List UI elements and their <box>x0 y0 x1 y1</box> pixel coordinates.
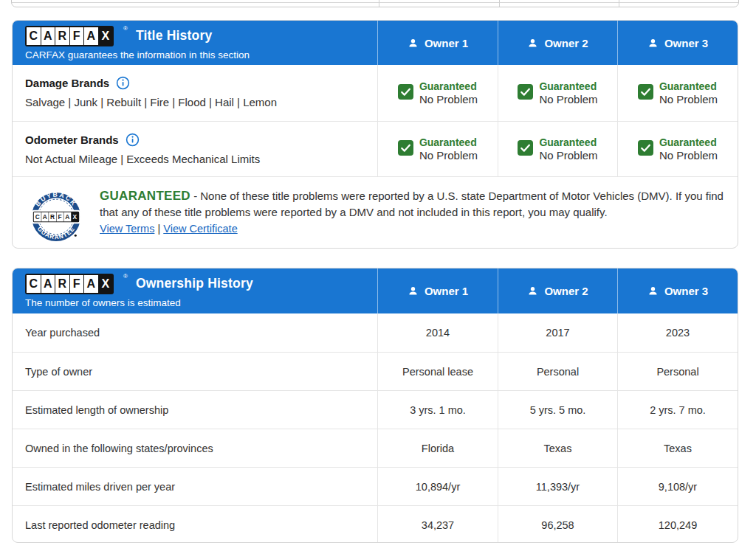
owner-2-header: Owner 2 <box>498 21 617 65</box>
guaranteed-label: Guaranteed <box>539 80 597 92</box>
odometer-brands-row: Odometer Brands Not Actual Mileage | Exc… <box>13 121 738 176</box>
ownership-length-owner-3: 2 yrs. 7 mo. <box>617 391 738 429</box>
carfax-logo-letter: R <box>55 27 69 45</box>
link-separator: | <box>157 223 160 235</box>
title-history-card: C A R F A X ® Title History CARFAX guara… <box>12 20 738 249</box>
states-owned-owner-3: Texas <box>617 429 738 467</box>
table-row: Last reported odometer reading 34,237 96… <box>13 505 738 543</box>
states-owned-label: Owned in the following states/provinces <box>13 429 377 467</box>
year-purchased-owner-1: 2014 <box>377 313 498 352</box>
previous-table-column-divider <box>619 0 619 7</box>
damage-owner-3-status: Guaranteed No Problem <box>617 65 738 121</box>
table-row: Estimated length of ownership 3 yrs. 1 m… <box>13 390 738 429</box>
odometer-owner-2-status: Guaranteed No Problem <box>498 122 617 176</box>
table-row: Estimated miles driven per year 10,894/y… <box>13 467 738 505</box>
table-row: Type of owner Personal lease Personal Pe… <box>13 352 738 390</box>
view-certificate-link[interactable]: View Certificate <box>163 223 237 235</box>
table-row: Owned in the following states/provinces … <box>13 429 738 467</box>
guarantee-links: View Terms | View Certificate <box>100 223 724 235</box>
registered-trademark-mark: ® <box>123 274 128 280</box>
miles-per-year-owner-3: 9,108/yr <box>617 468 738 505</box>
person-icon <box>408 38 419 49</box>
damage-owner-2-status: Guaranteed No Problem <box>498 65 617 121</box>
green-checkbox-icon <box>638 140 653 159</box>
person-icon <box>408 285 419 297</box>
info-icon[interactable] <box>116 76 130 90</box>
ownership-history-header: C A R F A X ® Ownership History The numb… <box>13 268 738 313</box>
view-terms-link[interactable]: View Terms <box>100 223 154 235</box>
previous-table-column-divider <box>499 0 500 7</box>
odometer-owner-3-status: Guaranteed No Problem <box>617 122 738 176</box>
carfax-logo: C A R F A X <box>25 274 114 294</box>
table-row: Year purchased 2014 2017 2023 <box>13 313 738 352</box>
no-problem-label: No Problem <box>539 149 597 162</box>
green-checkbox-icon <box>518 84 533 103</box>
no-problem-label: No Problem <box>659 149 718 162</box>
guaranteed-label: Guaranteed <box>539 136 597 148</box>
year-purchased-label: Year purchased <box>13 313 377 352</box>
owner-1-label: Owner 1 <box>425 285 468 297</box>
title-history-subtitle: CARFAX guarantees the information in thi… <box>25 49 377 60</box>
carfax-logo-letter: F <box>70 27 84 45</box>
states-owned-owner-2: Texas <box>498 429 617 467</box>
odometer-brands-detail: Not Actual Mileage | Exceeds Mechanical … <box>25 153 365 165</box>
ownership-history-title: Ownership History <box>136 276 253 291</box>
last-odometer-label: Last reported odometer reading <box>13 506 377 543</box>
carfax-badge-mini-logo: C A R F A X <box>33 212 79 223</box>
info-icon[interactable] <box>126 133 140 147</box>
guarantee-body-text: - None of these title problems were repo… <box>100 190 724 218</box>
no-problem-label: No Problem <box>659 93 718 105</box>
carfax-logo-letter: C <box>27 27 41 45</box>
buyback-guarantee-section: BUYBACK GUARANTEE C A R F A X GUARANTEED… <box>13 176 738 249</box>
states-owned-owner-1: Florida <box>377 429 498 467</box>
buyback-guarantee-badge-icon: BUYBACK GUARANTEE C A R F A X <box>30 191 82 243</box>
green-checkbox-icon <box>518 140 533 159</box>
year-purchased-owner-3: 2023 <box>617 313 738 352</box>
damage-brands-label: Damage Brands <box>25 77 109 89</box>
previous-table-column-divider <box>379 0 379 7</box>
miles-per-year-owner-2: 11,393/yr <box>498 468 617 505</box>
registered-trademark-mark: ® <box>123 26 128 32</box>
guaranteed-label: Guaranteed <box>659 136 718 148</box>
green-checkbox-icon <box>638 84 653 103</box>
guaranteed-label: Guaranteed <box>419 136 478 148</box>
no-problem-label: No Problem <box>419 149 478 162</box>
year-purchased-owner-2: 2017 <box>498 313 617 352</box>
ownership-length-label: Estimated length of ownership <box>13 391 377 429</box>
owner-3-label: Owner 3 <box>664 285 708 297</box>
type-of-owner-owner-1: Personal lease <box>377 353 498 390</box>
guaranteed-label: Guaranteed <box>659 80 718 92</box>
miles-per-year-label: Estimated miles driven per year <box>13 468 377 505</box>
type-of-owner-owner-2: Personal <box>498 353 617 390</box>
odometer-brands-label: Odometer Brands <box>25 134 119 146</box>
carfax-logo-letter: A <box>41 27 55 45</box>
no-problem-label: No Problem <box>419 93 478 105</box>
guaranteed-label: Guaranteed <box>419 80 478 92</box>
miles-per-year-owner-1: 10,894/yr <box>377 468 498 505</box>
owner-2-label: Owner 2 <box>544 37 588 49</box>
owner-3-label: Owner 3 <box>664 37 708 49</box>
green-checkbox-icon <box>398 84 413 103</box>
damage-brands-row: Damage Brands Salvage | Junk | Rebuilt |… <box>13 65 738 121</box>
odometer-owner-1-status: Guaranteed No Problem <box>377 122 498 176</box>
ownership-history-subtitle: The number of owners is estimated <box>25 297 377 308</box>
previous-table-edge <box>11 0 739 7</box>
guaranteed-heading: GUARANTEED <box>100 189 190 203</box>
type-of-owner-owner-3: Personal <box>617 353 738 390</box>
person-icon <box>527 38 538 49</box>
title-history-title: Title History <box>136 28 212 44</box>
ownership-length-owner-1: 3 yrs. 1 mo. <box>377 391 498 429</box>
damage-brands-detail: Salvage | Junk | Rebuilt | Fire | Flood … <box>25 96 365 108</box>
no-problem-label: No Problem <box>539 93 597 105</box>
person-icon <box>527 285 538 297</box>
ownership-length-owner-2: 5 yrs. 5 mo. <box>498 391 617 429</box>
damage-owner-1-status: Guaranteed No Problem <box>377 65 498 121</box>
last-odometer-owner-3: 120,249 <box>617 506 738 543</box>
carfax-logo: C A R F A X <box>25 26 114 46</box>
green-checkbox-icon <box>398 140 413 159</box>
owner-2-label: Owner 2 <box>544 285 588 297</box>
last-odometer-owner-1: 34,237 <box>377 506 498 543</box>
owner-2-header: Owner 2 <box>498 268 617 313</box>
previous-table-row-border <box>12 2 738 3</box>
last-odometer-owner-2: 96,258 <box>498 506 617 543</box>
